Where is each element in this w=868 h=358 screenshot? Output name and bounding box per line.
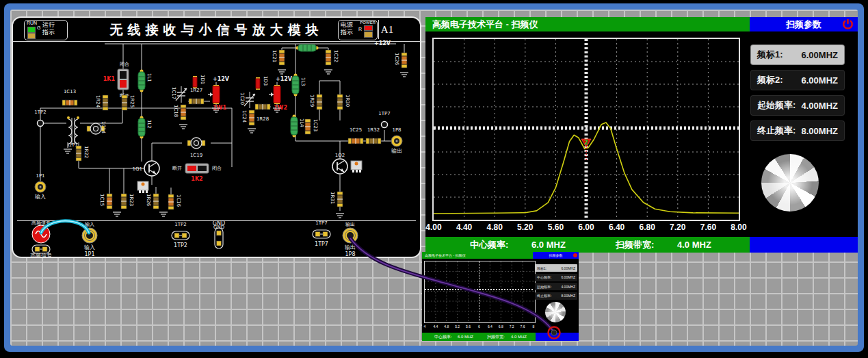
testpoint-1tp7[interactable]: 1TP7: [378, 111, 390, 128]
switch-1k2[interactable]: 断开闭合1K2: [172, 164, 222, 182]
svg-text:输入: 输入: [84, 244, 95, 251]
svg-text:1C14: 1C14: [101, 121, 106, 134]
svg-text:1R29: 1R29: [309, 94, 315, 107]
varcap-1c17: 1C17: [171, 86, 187, 103]
svg-text:1P1: 1P1: [36, 173, 44, 179]
span-label: 扫频带宽:: [616, 237, 654, 253]
svg-text:1R32: 1R32: [367, 127, 380, 133]
svg-text:+12V: +12V: [276, 76, 293, 82]
svg-text:1L4: 1L4: [299, 118, 304, 127]
switch-1k1[interactable]: 闭合断开1K1: [103, 62, 129, 99]
sweep-params-title: 扫频参数: [786, 19, 821, 29]
svg-text:1C26: 1C26: [394, 53, 399, 66]
svg-text:1R30: 1R30: [345, 94, 350, 107]
power-led-pad: [364, 31, 373, 38]
svg-text:1C19: 1C19: [190, 153, 202, 158]
circuit-board-panel: RUN G 运行 指示 无线接收与小信号放大模块 电源 指示 POWER R A…: [12, 16, 421, 258]
svg-text:1R22: 1R22: [83, 146, 89, 158]
jack-1p1[interactable]: 1P1: [35, 173, 46, 192]
pad-1tp7[interactable]: 1TP71TP7: [313, 220, 330, 247]
svg-text:1D3: 1D3: [263, 76, 268, 86]
ind-1l1: 1L1: [138, 70, 152, 92]
power-icon[interactable]: [842, 18, 854, 30]
supply-label-1: +12V: [213, 76, 230, 82]
pot-1w1[interactable]: 1W1: [208, 85, 226, 111]
mini-span-label: 扫频带宽:: [487, 333, 505, 341]
mini-param-row[interactable]: 频标1:6.00MHZ: [535, 264, 577, 272]
ind-1l3: 1L3: [292, 74, 306, 97]
hf-signal-source[interactable]: 高频信号高频信号: [30, 220, 52, 258]
svg-text:1L1: 1L1: [146, 73, 152, 82]
x-tick: 8.00: [725, 222, 752, 232]
board-revision: A1: [378, 20, 395, 39]
param-row-频标1[interactable]: 频标1:6.00MHZ: [751, 45, 844, 64]
param-row-频标2[interactable]: 频标2:6.00MHZ: [751, 71, 844, 90]
cap-1c22: 1C22: [326, 50, 339, 65]
board-header: RUN G 运行 指示 无线接收与小信号放大模块 电源 指示 POWER R A…: [13, 18, 420, 42]
power-r-label: R: [358, 27, 362, 31]
svg-text:1C15: 1C15: [99, 194, 105, 206]
svg-text:输出: 输出: [345, 222, 355, 227]
svg-text:1R23: 1R23: [129, 194, 134, 206]
svg-text:+12V: +12V: [374, 40, 391, 47]
sweep-plot: 2: [432, 38, 740, 221]
svg-text:1L3: 1L3: [300, 77, 306, 86]
param-row-起始频率[interactable]: 起始频率:4.00MHZ: [751, 96, 844, 115]
param-row-终止频率[interactable]: 终止频率:8.00MHZ: [751, 121, 844, 140]
output-jack-1p8[interactable]: 输出输出1P8: [343, 222, 358, 257]
svg-text:1C17: 1C17: [171, 87, 176, 99]
mini-param-row[interactable]: 中心频率:6.00MHZ: [535, 274, 577, 281]
power-label-cn: 电源 指示: [341, 21, 353, 36]
cap-1c26: 1C26: [394, 53, 407, 68]
mini-param-row[interactable]: 终止频率:8.00MHZ: [535, 292, 577, 300]
param-list: 频标1:6.00MHZ频标2:6.00MHZ起始频率:4.00MHZ终止频率:8…: [751, 45, 844, 146]
svg-text:1R31: 1R31: [330, 192, 335, 204]
pot-1w2[interactable]: 1W2: [269, 85, 287, 111]
svg-text:1C21: 1C21: [272, 50, 277, 62]
svg-text:1K1: 1K1: [103, 76, 116, 82]
ic-1q2: [351, 161, 362, 172]
transformer-1t1: 1T1: [67, 116, 79, 148]
mini-frequency-knob[interactable]: [545, 302, 566, 322]
status-bar-right: [750, 237, 858, 253]
mini-status-bar-right: [536, 333, 579, 341]
pad-gnd[interactable]: GNDGND: [213, 220, 225, 248]
mini-status-bar: 中心频率: 6.0 MHZ 扫频带宽: 4.0 MHZ: [422, 333, 536, 341]
mini-x-tick: 8: [527, 324, 540, 329]
x-axis-ticks: 4.004.404.805.205.606.006.406.807.207.60…: [420, 222, 748, 234]
varcap-1c20: 1C20: [239, 92, 255, 108]
cap-1c15: 1C15: [99, 194, 112, 209]
x-tick: 5.60: [542, 222, 569, 232]
mini-titlebar: 高频电子技术平台 - 扫频仪: [422, 252, 533, 259]
svg-text:输入: 输入: [85, 222, 94, 227]
svg-text:输入: 输入: [35, 194, 46, 200]
svg-text:闭合: 闭合: [212, 166, 222, 171]
cap-1c18: 1C18: [173, 105, 186, 120]
ic-1q1: [137, 181, 148, 193]
frequency-knob[interactable]: [761, 154, 819, 212]
input-jack-1p1[interactable]: 输入输入1P1: [82, 222, 97, 257]
res-1r32: 1R32: [366, 127, 381, 144]
transistor-1q1: 1Q1: [133, 161, 159, 176]
x-tick: 6.40: [603, 222, 631, 232]
mini-x-axis-ticks: 44.44.85.25.666.46.87.27.68: [419, 324, 545, 331]
svg-text:闭合: 闭合: [120, 62, 129, 67]
svg-text:1TP2: 1TP2: [174, 242, 187, 248]
mini-param-row[interactable]: 起始频率:4.00MHZ: [535, 283, 577, 290]
svg-text:断开: 断开: [172, 166, 182, 171]
circuit-schematic: 1TP21T11C141R221P11C151R231C13闭合断开1K11L1…: [13, 40, 420, 220]
svg-text:1P8: 1P8: [345, 251, 355, 257]
ind-1l5: 1L5: [296, 40, 319, 51]
power-indicator: 电源 指示 POWER R: [338, 20, 378, 40]
instrument-titlebar: 高频电子技术平台 - 扫频仪: [425, 17, 750, 31]
jack-1p8[interactable]: 1P8: [391, 127, 402, 146]
res-1r31: 1R31: [330, 192, 343, 207]
svg-text:1TP7: 1TP7: [378, 111, 390, 116]
diode-1d1: 1D1: [193, 75, 205, 88]
pad-1tp2[interactable]: 1TP21TP2: [172, 222, 189, 248]
svg-text:1TP7: 1TP7: [315, 241, 328, 247]
svg-text:1R28: 1R28: [257, 116, 269, 122]
mini-sweep-plot: [424, 261, 536, 323]
mini-power-icon[interactable]: [573, 253, 577, 257]
res-1r30: 1R30: [337, 94, 350, 110]
